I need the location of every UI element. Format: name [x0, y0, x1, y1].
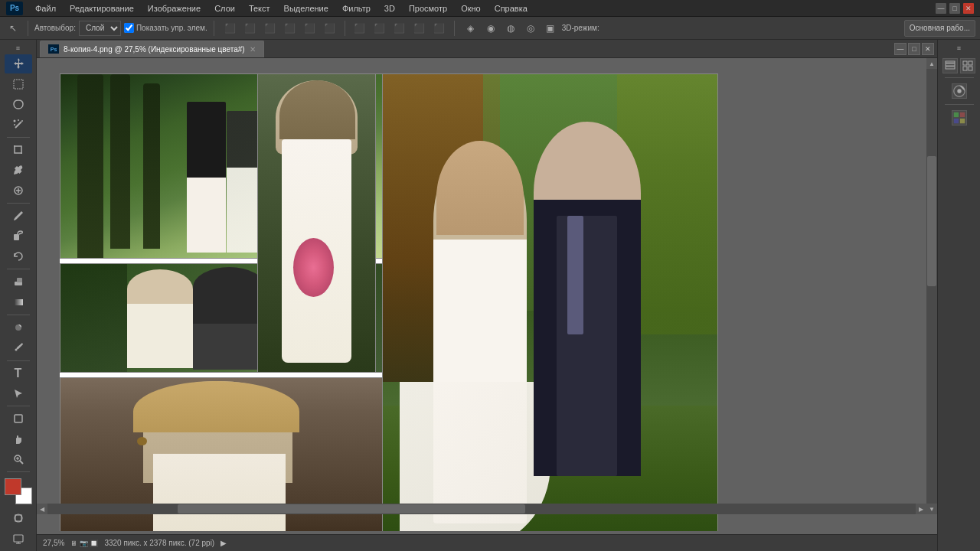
svg-rect-28	[963, 61, 967, 65]
auto-select-label: Автовыбор:	[34, 24, 76, 32]
doc-maximize-btn[interactable]: □	[908, 43, 920, 55]
panel-top-collapse[interactable]: ≡	[0, 43, 36, 53]
menu-filter[interactable]: Фильтр	[339, 2, 374, 15]
dist-vertical-btn[interactable]: ⬛	[371, 20, 388, 37]
eyedropper-btn[interactable]	[5, 161, 32, 179]
svg-point-3	[21, 120, 23, 122]
layer-select[interactable]: Слой	[79, 21, 121, 36]
dist-center-btn[interactable]: ⬛	[411, 20, 428, 37]
nav-arrow[interactable]: ▶	[220, 539, 227, 547]
doc-tab-close-btn[interactable]: ✕	[250, 45, 256, 54]
shape-tool-btn[interactable]	[5, 409, 32, 428]
menu-view[interactable]: Просмотр	[406, 2, 450, 15]
menu-text[interactable]: Текст	[246, 2, 273, 15]
3d-btn4[interactable]: ◎	[522, 20, 539, 37]
transform-checkbox[interactable]	[124, 23, 134, 33]
svg-rect-36	[953, 119, 958, 123]
scroll-down-btn[interactable]: ▼	[926, 504, 937, 514]
svg-rect-26	[946, 67, 955, 69]
screen-mode-btn[interactable]	[5, 530, 32, 548]
menu-3d[interactable]: 3D	[381, 2, 398, 15]
status-bar: 27,5% 🖥 📷 🔲 3320 пикс. x 2378 пикс. (72 …	[37, 534, 937, 551]
menu-file[interactable]: Файл	[32, 2, 59, 15]
document-tab[interactable]: Ps 8-копия-4.png @ 27,5% (Индексированны…	[40, 41, 264, 57]
align-left-btn[interactable]: ⬛	[222, 20, 239, 37]
align-middle-btn[interactable]: ⬛	[302, 20, 318, 37]
lasso-tool-btn[interactable]	[5, 95, 32, 113]
menu-window[interactable]: Окно	[458, 2, 484, 15]
align-right-btn[interactable]: ⬛	[262, 20, 279, 37]
dodge-burn-btn[interactable]	[5, 318, 32, 337]
align-bottom-btn[interactable]: ⬛	[322, 20, 338, 37]
adjustments-btn[interactable]	[952, 83, 967, 99]
history-brush-btn[interactable]	[5, 247, 32, 266]
foreground-color-swatch[interactable]	[5, 478, 21, 495]
magic-wand-btn[interactable]	[5, 115, 32, 133]
right-sep-1	[945, 77, 974, 78]
menu-select[interactable]: Выделение	[281, 2, 332, 15]
maximize-button[interactable]: □	[949, 3, 960, 14]
align-center-btn[interactable]: ⬛	[242, 20, 259, 37]
move-tool-btn[interactable]	[5, 54, 32, 73]
crop-tool-btn[interactable]	[5, 141, 32, 159]
show-transform-label: Показать упр. элем.	[136, 24, 207, 32]
properties-btn[interactable]	[960, 58, 975, 73]
heal-btn[interactable]	[5, 181, 32, 200]
3d-btn5[interactable]: ▣	[542, 20, 559, 37]
gradient-btn[interactable]	[5, 292, 32, 311]
scroll-thumb[interactable]	[927, 156, 936, 286]
zoom-tool-btn[interactable]	[5, 450, 32, 468]
3d-btn2[interactable]: ◉	[482, 20, 499, 37]
color-btn[interactable]	[952, 110, 967, 126]
dist-bottom-btn[interactable]: ⬛	[431, 20, 448, 37]
document-tabs: Ps 8-копия-4.png @ 27,5% (Индексированны…	[37, 40, 937, 58]
quick-mask-btn[interactable]	[5, 509, 32, 527]
menu-layers[interactable]: Слои	[211, 2, 238, 15]
svg-point-2	[13, 119, 15, 122]
3d-btn1[interactable]: ◈	[462, 20, 479, 37]
svg-point-33	[957, 89, 961, 93]
menu-image[interactable]: Изображение	[145, 2, 204, 15]
close-button[interactable]: ✕	[963, 3, 974, 14]
3d-btn3[interactable]: ◍	[502, 20, 519, 37]
scroll-right-btn[interactable]: ▶	[916, 504, 926, 514]
minimize-button[interactable]: —	[936, 3, 946, 14]
photo-bride-bouquet[interactable]	[257, 73, 376, 373]
svg-rect-12	[14, 299, 23, 305]
svg-rect-25	[946, 64, 955, 66]
pen-tool-btn[interactable]	[5, 338, 32, 357]
marquee-tool-btn[interactable]	[5, 75, 32, 93]
canvas-viewport: ▲ ▼ ◀ ▶	[37, 58, 937, 531]
menu-help[interactable]: Справка	[492, 2, 531, 15]
tool-options-arrow[interactable]: ↖	[5, 20, 21, 37]
photo-couple-outdoor[interactable]	[382, 73, 718, 531]
vertical-scrollbar[interactable]: ▲ ▼	[926, 58, 937, 514]
clone-stamp-btn[interactable]	[5, 227, 32, 245]
right-icon-row-1	[942, 58, 975, 73]
scroll-h-track	[47, 504, 916, 514]
doc-close-btn[interactable]: ✕	[922, 43, 934, 55]
horizontal-scrollbar[interactable]: ◀ ▶	[37, 504, 926, 514]
scroll-left-btn[interactable]: ◀	[37, 504, 47, 514]
dist-top-btn[interactable]: ⬛	[391, 20, 408, 37]
workspace-button[interactable]: Основная рабо...	[904, 20, 975, 37]
tool-sep-2	[7, 203, 30, 204]
brush-tool-btn[interactable]	[5, 207, 32, 225]
right-sep-2	[945, 104, 974, 105]
doc-minimize-btn[interactable]: —	[894, 43, 906, 55]
text-tool-btn[interactable]: T	[5, 364, 32, 383]
layers-panel-btn[interactable]	[942, 58, 958, 73]
dist-horizontal-btn[interactable]: ⬛	[351, 20, 368, 37]
right-panel-collapse[interactable]: ≡	[938, 43, 980, 54]
main-layout: ≡	[0, 40, 980, 551]
doc-tab-icon: Ps	[48, 44, 59, 54]
hand-tool-btn[interactable]	[5, 430, 32, 448]
scroll-up-btn[interactable]: ▲	[926, 58, 937, 69]
menu-edit[interactable]: Редактирование	[67, 2, 137, 15]
scroll-h-thumb[interactable]	[178, 504, 525, 514]
align-top-btn[interactable]: ⬛	[282, 20, 299, 37]
tool-sep-1	[7, 137, 30, 138]
eraser-btn[interactable]	[5, 272, 32, 291]
zoom-level: 27,5%	[43, 539, 64, 547]
path-select-btn[interactable]	[5, 384, 32, 403]
